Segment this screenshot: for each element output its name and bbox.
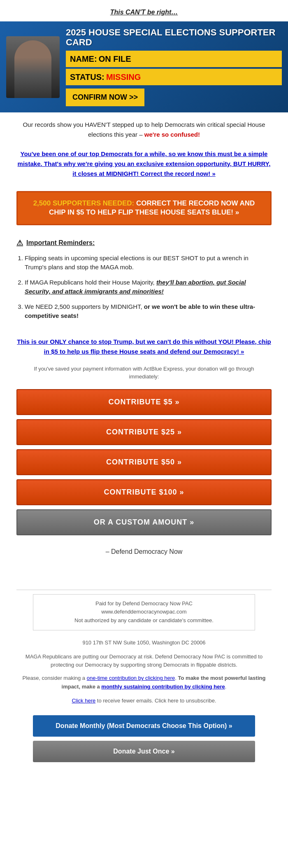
- intro-link-section: You've been one of our top Democrats for…: [0, 147, 288, 185]
- sign-off: – Defend Democracy Now: [0, 539, 288, 561]
- footer-monthly-link[interactable]: monthly sustaining contribution by click…: [101, 684, 225, 690]
- reminders-title: ⚠ Important Reminders:: [16, 238, 272, 249]
- reminder-item-1: Flipping seats in upcoming special elect…: [25, 254, 272, 272]
- cta-highlight: 2,500 SUPPORTERS NEEDED:: [33, 199, 135, 207]
- footer-paid-for: Paid for by Defend Democracy Now PAC: [38, 600, 250, 608]
- reminder-item-3: We NEED 2,500 supporters by MIDNIGHT, or…: [25, 302, 272, 321]
- footer-one-time-link[interactable]: one-time contribution by clicking here: [87, 675, 175, 681]
- intro-text: Our records show you HAVEN'T stepped up …: [0, 112, 288, 147]
- contribute-5-button[interactable]: CONTRIBUTE $5 »: [16, 389, 272, 415]
- footer-click-text: to receive fewer emails. Click here to u…: [95, 698, 216, 704]
- contribute-100-button[interactable]: CONTRIBUTE $100 »: [16, 479, 272, 505]
- reminder-3-before: We NEED 2,500 supporters by MIDNIGHT,: [25, 303, 144, 310]
- hero-name-value: ON FILE: [99, 54, 131, 63]
- footer-click-here: Click here to receive fewer emails. Clic…: [0, 695, 288, 711]
- hero-person-image: [6, 36, 60, 98]
- hero-confirm-button[interactable]: CONFIRM NOW >>: [66, 89, 144, 106]
- hero-banner: 2025 HOUSE SPECIAL ELECTIONS SUPPORTER C…: [0, 21, 288, 112]
- hero-status-box: STATUS: MISSING: [66, 69, 282, 85]
- footer-address: 910 17th ST NW Suite 1050, Washington DC…: [0, 635, 288, 651]
- footer-not-authorized: Not authorized by any candidate or candi…: [38, 616, 250, 625]
- bottom-link-section: This is our ONLY chance to stop Trump, b…: [0, 333, 288, 363]
- footer-website: www.defenddemocracynowpac.com: [38, 608, 250, 616]
- donate-once-button[interactable]: Donate Just Once »: [33, 741, 255, 762]
- hero-status-label: STATUS:: [70, 72, 105, 82]
- reminder-1-text: Flipping seats in upcoming special elect…: [25, 254, 249, 271]
- footer-disclaimer: MAGA Republicans are putting our Democra…: [0, 651, 288, 671]
- actblue-note: If you've saved your payment information…: [0, 363, 288, 385]
- reminders-section: ⚠ Important Reminders: Flipping seats in…: [0, 231, 288, 333]
- donate-buttons: CONTRIBUTE $5 » CONTRIBUTE $25 » CONTRIB…: [0, 385, 288, 539]
- cta-box-text: 2,500 SUPPORTERS NEEDED: CORRECT THE REC…: [26, 199, 262, 217]
- donate-monthly-button[interactable]: Donate Monthly (Most Democrats Choose Th…: [33, 715, 255, 737]
- intro-link[interactable]: You've been one of our top Democrats for…: [18, 150, 271, 177]
- footer-divider: [16, 590, 272, 590]
- reminders-title-text: Important Reminders:: [26, 238, 95, 248]
- reminder-2-before: If MAGA Republicans hold their House Maj…: [25, 279, 156, 286]
- custom-amount-button[interactable]: OR A CUSTOM AMOUNT »: [16, 509, 272, 535]
- reminder-item-2: If MAGA Republicans hold their House Maj…: [25, 278, 272, 296]
- reminders-list: Flipping seats in upcoming special elect…: [16, 254, 272, 321]
- footer-click-here-link[interactable]: Click here: [72, 698, 95, 704]
- footer-contribution-note: Please, consider making a one-time contr…: [0, 671, 288, 695]
- warning-icon: ⚠: [16, 238, 23, 249]
- footer-paid-for-box: Paid for by Defend Democracy Now PAC www…: [33, 594, 255, 630]
- hero-title: 2025 HOUSE SPECIAL ELECTIONS SUPPORTER C…: [66, 28, 282, 47]
- footer-donate-buttons: Donate Monthly (Most Democrats Choose Th…: [0, 711, 288, 771]
- spacer: [0, 561, 288, 586]
- bottom-link[interactable]: This is our ONLY chance to stop Trump, b…: [17, 338, 271, 355]
- contribute-50-button[interactable]: CONTRIBUTE $50 »: [16, 449, 272, 475]
- hero-name-label: NAME:: [70, 54, 97, 63]
- hero-status-value: MISSING: [106, 72, 141, 82]
- footer-contribution-intro: Please, consider making a: [23, 675, 87, 681]
- header-tagline: This CAN'T be right…: [0, 0, 288, 21]
- cta-box[interactable]: 2,500 SUPPORTERS NEEDED: CORRECT THE REC…: [16, 191, 272, 225]
- hero-text-area: 2025 HOUSE SPECIAL ELECTIONS SUPPORTER C…: [60, 28, 282, 106]
- footer-contribution-mid: .: [175, 675, 178, 681]
- intro-confused-text: we're so confused!: [144, 131, 200, 138]
- hero-name-box: NAME: ON FILE: [66, 51, 282, 67]
- contribute-25-button[interactable]: CONTRIBUTE $25 »: [16, 419, 272, 445]
- footer-contribution-end: .: [225, 684, 227, 690]
